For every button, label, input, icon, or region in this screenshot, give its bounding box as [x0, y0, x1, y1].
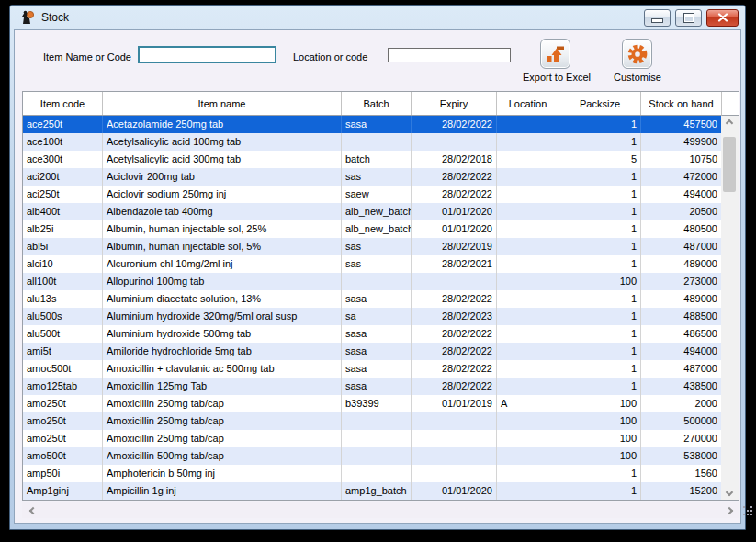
- cell-name: Aluminium diacetate solution, 13%: [103, 290, 342, 308]
- cell-batch: [342, 412, 412, 430]
- maximize-button[interactable]: [675, 9, 702, 27]
- table-row[interactable]: alb25iAlbumin, human injectable sol, 25%…: [23, 220, 721, 238]
- cell-name: Amoxicillin 250mg tab/cap: [103, 430, 342, 447]
- cell-batch: sasa: [342, 116, 412, 133]
- table-row[interactable]: alb400tAlbendazole tab 400mgalb_new_batc…: [23, 203, 721, 220]
- stock-window: Stock Item Name or Code Location or code…: [9, 5, 746, 530]
- cell-location: [497, 412, 559, 430]
- cell-batch: alb_new_batch: [342, 220, 412, 238]
- table-row[interactable]: aci200tAciclovir 200mg tabsas28/02/20221…: [23, 168, 721, 186]
- table-row[interactable]: ami5tAmiloride hydrochloride 5mg tabsasa…: [23, 343, 721, 360]
- table-row[interactable]: ace250tAcetazolamide 250mg tabsasa28/02/…: [23, 116, 721, 133]
- table-row[interactable]: amo500tAmoxicillin 500mg tab/cap10053800…: [23, 447, 721, 465]
- table-row[interactable]: amo250tAmoxicillin 250mg tab/cap10027000…: [23, 430, 721, 447]
- cell-packsize: 1: [559, 325, 641, 343]
- table-row[interactable]: alu500sAluminium hydroxide 320mg/5ml ora…: [23, 308, 721, 325]
- minimize-button[interactable]: [644, 9, 671, 27]
- cell-code: alb400t: [23, 203, 103, 220]
- column-header-name[interactable]: Item name: [103, 92, 342, 115]
- window-title: Stock: [41, 11, 69, 24]
- cell-code: aci250t: [23, 186, 103, 203]
- stock-table: Item codeItem nameBatchExpiryLocationPac…: [22, 91, 739, 501]
- table-row[interactable]: alu13sAluminium diacetate solution, 13%s…: [23, 290, 721, 308]
- scroll-left-button[interactable]: [25, 502, 40, 518]
- cell-expiry: [412, 273, 497, 290]
- cell-stock: 10750: [641, 151, 721, 168]
- table-row[interactable]: Amp1ginjAmpicillin 1g injamp1g_batch01/0…: [23, 482, 721, 500]
- item-search-input[interactable]: [138, 46, 276, 63]
- chevron-down-icon: [725, 489, 732, 496]
- cell-expiry: 28/02/2023: [412, 308, 497, 325]
- cell-packsize: 5: [559, 151, 641, 168]
- cell-name: Aciclovir sodium 250mg inj: [103, 186, 342, 203]
- customise-label: Customise: [610, 72, 665, 83]
- scroll-down-button[interactable]: [721, 485, 737, 500]
- cell-location: [497, 186, 559, 203]
- table-row[interactable]: amoc500tAmoxicillin + clavulanic ac 500m…: [23, 360, 721, 378]
- cell-location: [497, 238, 559, 255]
- table-row[interactable]: amo250tAmoxicillin 250mg tab/capb3939901…: [23, 395, 721, 412]
- cell-expiry: 01/01/2020: [412, 203, 497, 220]
- cell-batch: sasa: [342, 290, 412, 308]
- scroll-up-button[interactable]: [721, 116, 737, 130]
- resize-grip[interactable]: [743, 506, 754, 517]
- column-header-location[interactable]: Location: [497, 92, 559, 115]
- cell-packsize: 1: [559, 378, 641, 395]
- cell-stock: 494000: [641, 186, 721, 203]
- titlebar[interactable]: Stock: [10, 6, 745, 29]
- cell-code: amp50i: [23, 465, 103, 482]
- cell-stock: 2000: [641, 395, 721, 412]
- location-search-label: Location or code: [293, 51, 367, 62]
- cell-packsize: 1: [559, 238, 641, 255]
- cell-packsize: 1: [559, 186, 641, 203]
- cell-name: Albumin, human injectable sol, 25%: [103, 220, 342, 238]
- cell-code: alu500t: [23, 325, 103, 343]
- chevron-right-icon: [725, 506, 732, 514]
- cell-packsize: 1: [559, 308, 641, 325]
- cell-location: [497, 168, 559, 186]
- cell-batch: [342, 430, 412, 447]
- cell-packsize: 1: [559, 116, 641, 133]
- column-header-batch[interactable]: Batch: [342, 92, 412, 115]
- cell-stock: 457500: [641, 116, 721, 133]
- location-search-input[interactable]: [388, 48, 511, 62]
- table-row[interactable]: all100tAllopurinol 100mg tab100273000: [23, 273, 721, 290]
- table-row[interactable]: aci250tAciclovir sodium 250mg injsaew28/…: [23, 186, 721, 203]
- maximize-icon: [684, 14, 694, 22]
- cell-location: [497, 308, 559, 325]
- cell-code: alb25i: [23, 220, 103, 238]
- cell-code: alci10: [23, 255, 103, 273]
- column-header-code[interactable]: Item code: [23, 92, 103, 115]
- table-row[interactable]: ace100tAcetylsalicylic acid 100mg tab149…: [23, 133, 721, 151]
- table-row[interactable]: alci10Alcuronium chl 10mg/2ml injsas28/0…: [23, 255, 721, 273]
- cell-stock: 486500: [641, 325, 721, 343]
- table-row[interactable]: abl5iAlbumin, human injectable sol, 5%sa…: [23, 238, 721, 255]
- cell-stock: 438500: [641, 378, 721, 395]
- vertical-scrollbar-thumb[interactable]: [723, 137, 736, 192]
- cell-code: alu500s: [23, 308, 103, 325]
- cell-name: Aciclovir 200mg tab: [103, 168, 342, 186]
- chevron-left-icon: [28, 506, 36, 514]
- cell-expiry: 28/02/2019: [412, 238, 497, 255]
- table-row[interactable]: amo250tAmoxicillin 250mg tab/cap10050000…: [23, 412, 721, 430]
- table-row[interactable]: alu500tAluminium hydroxide 500mg tabsasa…: [23, 325, 721, 343]
- customise-button[interactable]: [622, 39, 652, 69]
- close-button[interactable]: [706, 9, 739, 27]
- cell-expiry: [412, 133, 497, 151]
- export-to-excel-button[interactable]: [540, 39, 570, 69]
- cell-packsize: 100: [559, 430, 641, 447]
- column-header-stock[interactable]: Stock on hand: [641, 92, 721, 115]
- table-row[interactable]: ace300tAcetylsalicylic acid 300mg tabbat…: [23, 151, 721, 168]
- vertical-scrollbar[interactable]: [721, 116, 739, 500]
- horizontal-scrollbar[interactable]: [22, 502, 739, 518]
- column-header-expiry[interactable]: Expiry: [412, 92, 497, 115]
- scroll-right-button[interactable]: [721, 502, 737, 518]
- table-row[interactable]: amp50iAmphotericin b 50mg inj11560: [23, 465, 721, 482]
- cell-batch: sasa: [342, 343, 412, 360]
- cell-packsize: 1: [559, 465, 641, 482]
- column-header-packsize[interactable]: Packsize: [559, 92, 641, 115]
- table-body: ace250tAcetazolamide 250mg tabsasa28/02/…: [23, 116, 721, 500]
- cell-expiry: [412, 447, 497, 465]
- cell-name: Albumin, human injectable sol, 5%: [103, 238, 342, 255]
- table-row[interactable]: amo125tabAmoxicillin 125mg Tabsasa28/02/…: [23, 378, 721, 395]
